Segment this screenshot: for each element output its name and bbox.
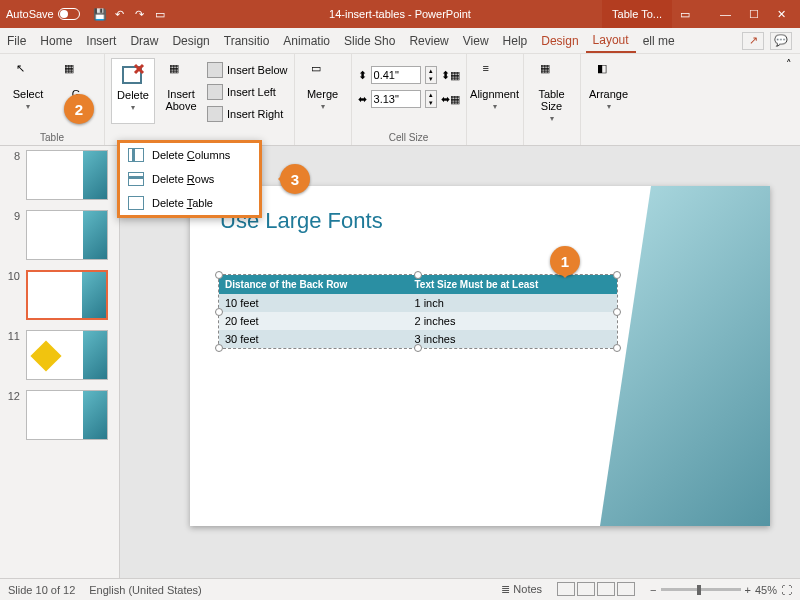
selection-handle[interactable] [215,308,223,316]
distribute-rows-icon[interactable]: ⬍▦ [441,69,460,82]
table-size-label: Table Size [530,88,574,112]
selection-handle[interactable] [215,344,223,352]
ribbon-group-alignment: ≡Alignment▾ [467,54,524,145]
share-icon[interactable]: ↗ [742,32,764,50]
notes-label: Notes [513,583,542,595]
tab-transitions[interactable]: Transitio [217,28,277,53]
callout-3: 3 [280,164,310,194]
slideshow-view-icon[interactable] [617,582,635,596]
ribbon: ↖ Select ▾ ▦ G Table Delete ▾ ▦ Insert A… [0,54,800,146]
undo-icon[interactable]: ↶ [112,6,128,22]
fit-to-window-icon[interactable]: ⛶ [781,584,792,596]
selection-handle[interactable] [414,271,422,279]
width-field[interactable] [371,90,421,108]
delete-table-item[interactable]: Delete Table [120,191,259,215]
table-cell[interactable]: 20 feet [219,312,408,330]
start-slideshow-icon[interactable]: ▭ [152,6,168,22]
width-spinner[interactable]: ▴▾ [425,90,437,108]
slide-thumbnails[interactable]: 8 9 10 11 12 [0,146,120,578]
insert-right-button[interactable]: Insert Right [207,104,288,124]
selection-handle[interactable] [414,344,422,352]
zoom-out-icon[interactable]: − [650,584,656,596]
reading-view-icon[interactable] [597,582,615,596]
zoom-slider[interactable] [661,588,741,591]
ribbon-group-tablesize: ▦Table Size▾ [524,54,581,145]
autosave-toggle[interactable]: AutoSave [0,8,86,20]
table-size-button[interactable]: ▦Table Size▾ [530,58,574,124]
height-spinner[interactable]: ▴▾ [425,66,437,84]
tab-home[interactable]: Home [33,28,79,53]
normal-view-icon[interactable] [557,582,575,596]
save-icon[interactable]: 💾 [92,6,108,22]
delete-button[interactable]: Delete ▾ [111,58,155,124]
cell-height-input[interactable]: ⬍ ▴▾ ⬍▦ [358,66,460,84]
height-field[interactable] [371,66,421,84]
tab-insert[interactable]: Insert [79,28,123,53]
selection-handle[interactable] [613,271,621,279]
zoom-in-icon[interactable]: + [745,584,751,596]
delete-columns-item[interactable]: Delete Columns [120,143,259,167]
cell-width-input[interactable]: ⬌ ▴▾ ⬌▦ [358,90,460,108]
redo-icon[interactable]: ↷ [132,6,148,22]
tab-animations[interactable]: Animatio [276,28,337,53]
quick-access-toolbar: 💾 ↶ ↷ ▭ [86,6,174,22]
collapse-ribbon-icon[interactable]: ˄ [778,54,800,145]
thumb-12[interactable]: 12 [6,390,113,440]
sorter-view-icon[interactable] [577,582,595,596]
tab-file[interactable]: File [0,28,33,53]
table-cell[interactable]: 30 feet [219,330,408,348]
tab-slideshow[interactable]: Slide Sho [337,28,402,53]
delete-rows-icon [128,172,144,186]
table-cell[interactable]: 10 feet [219,294,408,312]
slide-counter[interactable]: Slide 10 of 12 [8,584,75,596]
table-cell[interactable]: 3 inches [408,330,600,348]
selection-handle[interactable] [215,271,223,279]
tell-me[interactable]: ell me [636,28,682,53]
table-cell[interactable]: 1 inch [408,294,600,312]
distribute-cols-icon[interactable]: ⬌▦ [441,93,460,106]
tab-review[interactable]: Review [402,28,455,53]
thumb-11[interactable]: 11 [6,330,113,380]
tab-table-design[interactable]: Design [534,28,585,53]
zoom-control[interactable]: − + 45% ⛶ [650,584,792,596]
arrange-icon: ◧ [597,62,621,86]
delete-rows-item[interactable]: Delete Rows [120,167,259,191]
ribbon-tabs: File Home Insert Draw Design Transitio A… [0,28,800,54]
ribbon-display-icon[interactable]: ▭ [672,8,698,21]
zoom-level[interactable]: 45% [755,584,777,596]
selection-handle[interactable] [613,308,621,316]
table-row[interactable]: 20 feet2 inches [219,312,617,330]
minimize-icon[interactable]: — [720,8,731,21]
thumb-8[interactable]: 8 [6,150,113,200]
selection-handle[interactable] [613,344,621,352]
delete-dropdown-menu: Delete Columns Delete Rows Delete Table [117,140,262,218]
tab-draw[interactable]: Draw [123,28,165,53]
select-label: Select [13,88,44,100]
tab-help[interactable]: Help [496,28,535,53]
table-cell[interactable]: 2 inches [408,312,600,330]
insert-below-button[interactable]: Insert Below [207,60,288,80]
insert-left-button[interactable]: Insert Left [207,82,288,102]
thumb-num: 8 [6,150,20,200]
insert-above-button[interactable]: ▦ Insert Above [159,58,203,124]
comments-icon[interactable]: 💬 [770,32,792,50]
maximize-icon[interactable]: ☐ [749,8,759,21]
select-button[interactable]: ↖ Select ▾ [6,58,50,124]
thumb-10[interactable]: 10 [6,270,113,320]
insert-right-icon [207,106,223,122]
close-icon[interactable]: ✕ [777,8,786,21]
thumb-num: 11 [6,330,20,380]
tab-view[interactable]: View [456,28,496,53]
arrange-button[interactable]: ◧Arrange▾ [587,58,631,124]
tab-table-layout[interactable]: Layout [586,28,636,53]
merge-button[interactable]: ▭ Merge ▾ [301,58,345,124]
insert-below-label: Insert Below [227,64,288,76]
table-header[interactable]: Distance of the Back Row [219,275,408,294]
toggle-off-icon[interactable] [58,8,80,20]
notes-button[interactable]: ≣ Notes [501,583,542,596]
alignment-button[interactable]: ≡Alignment▾ [473,58,517,124]
thumb-9[interactable]: 9 [6,210,113,260]
language-status[interactable]: English (United States) [89,584,202,596]
table-row[interactable]: 10 feet1 inch [219,294,617,312]
tab-design[interactable]: Design [165,28,216,53]
